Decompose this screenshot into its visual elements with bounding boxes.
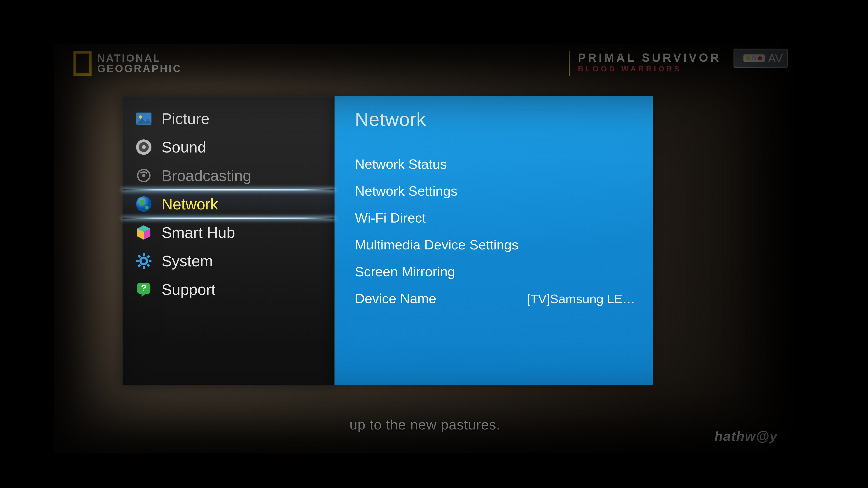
svg-point-4: [142, 145, 146, 149]
input-source-label: AV: [768, 52, 783, 65]
channel-name: NATIONAL GEOGRAPHIC: [97, 53, 182, 74]
svg-point-8: [141, 258, 147, 264]
sidebar-item-label: System: [162, 252, 213, 270]
settings-osd: Picture Sound Broadcasting: [122, 96, 653, 385]
panel-title: Network: [355, 108, 635, 130]
sidebar-item-picture[interactable]: Picture: [123, 104, 334, 133]
sidebar-item-label: Broadcasting: [162, 167, 251, 184]
sidebar-item-label: Picture: [162, 110, 210, 127]
program-title: PRIMAL SURVIVOR: [578, 51, 721, 64]
settings-side-menu: Picture Sound Broadcasting: [122, 96, 335, 385]
svg-line-14: [147, 265, 149, 267]
sidebar-item-broadcasting: Broadcasting: [123, 161, 334, 190]
svg-line-13: [138, 256, 141, 258]
sidebar-item-label: Smart Hub: [162, 224, 235, 241]
sidebar-item-label: Sound: [162, 138, 206, 156]
channel-name-line2: GEOGRAPHIC: [97, 63, 182, 74]
video-subtitle: up to the new pastures.: [54, 417, 796, 433]
tv-screen: NATIONAL GEOGRAPHIC PRIMAL SURVIVOR BLOO…: [54, 44, 796, 453]
program-subtitle: BLOOD WARRIORS: [578, 64, 721, 73]
svg-line-15: [147, 256, 149, 258]
av-connector-icon: [743, 55, 765, 62]
panel-item-label: Wi-Fi Direct: [355, 210, 426, 226]
settings-detail-panel: Network Network Status Network Settings …: [335, 96, 653, 385]
panel-item-label: Network Status: [355, 156, 447, 172]
panel-item-label: Device Name: [355, 291, 436, 306]
sidebar-item-sound[interactable]: Sound: [123, 133, 334, 161]
sidebar-item-support[interactable]: ? Support: [123, 275, 334, 304]
panel-item-label: Screen Mirroring: [355, 264, 455, 280]
panel-item-value: [TV]Samsung LE…: [527, 291, 635, 306]
broadcast-icon: [135, 167, 153, 184]
sidebar-item-system[interactable]: System: [123, 247, 334, 275]
svg-point-6: [142, 174, 146, 177]
panel-item-label: Multimedia Device Settings: [355, 237, 519, 253]
sidebar-item-label: Support: [162, 281, 215, 298]
svg-line-16: [138, 265, 141, 267]
support-icon: ?: [135, 281, 153, 298]
panel-item-screen-mirroring[interactable]: Screen Mirroring: [355, 258, 635, 285]
sidebar-item-smart-hub[interactable]: Smart Hub: [123, 218, 334, 247]
provider-logo: hathw@y: [715, 428, 778, 444]
panel-item-multimedia-device[interactable]: Multimedia Device Settings: [355, 231, 635, 258]
svg-point-1: [139, 115, 142, 119]
panel-item-device-name[interactable]: Device Name [TV]Samsung LE…: [355, 285, 635, 312]
channel-logo: NATIONAL GEOGRAPHIC: [73, 51, 182, 76]
input-source-badge: AV: [734, 48, 788, 68]
panel-item-network-status[interactable]: Network Status: [355, 151, 635, 177]
sidebar-item-network[interactable]: Network: [123, 190, 334, 218]
svg-text:?: ?: [141, 283, 147, 293]
globe-icon: [135, 195, 153, 213]
channel-name-line1: NATIONAL: [97, 53, 182, 63]
picture-icon: [135, 110, 153, 127]
program-info: PRIMAL SURVIVOR BLOOD WARRIORS: [569, 51, 721, 76]
panel-item-wifi-direct[interactable]: Wi-Fi Direct: [355, 204, 635, 231]
cube-icon: [135, 224, 153, 241]
gear-icon: [135, 252, 153, 270]
panel-item-network-settings[interactable]: Network Settings: [355, 177, 635, 204]
natgeo-frame-icon: [73, 51, 92, 76]
panel-item-label: Network Settings: [355, 183, 458, 199]
sound-icon: [135, 138, 153, 156]
sidebar-item-label: Network: [162, 195, 218, 213]
